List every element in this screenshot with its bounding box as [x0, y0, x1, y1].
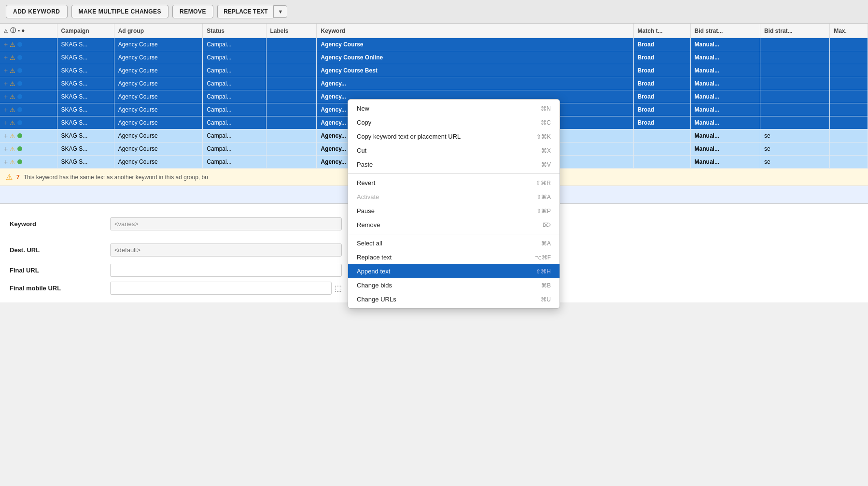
row-icons: + ⚠: [0, 116, 57, 129]
warning-count: 7: [16, 174, 20, 181]
keyword-cell: Agency Course: [317, 38, 633, 51]
campaign-cell: SKAG S...: [57, 156, 114, 169]
warn-icon: ⚠: [10, 106, 15, 114]
warning-text: This keyword has the same text as anothe…: [24, 174, 208, 181]
menu-item-label: Paste: [357, 161, 373, 168]
keyword-input[interactable]: [110, 217, 342, 230]
context-menu: New⌘NCopy⌘CCopy keyword text or placemen…: [348, 99, 560, 309]
adgroup-cell: Agency Course: [114, 64, 203, 77]
max-cell: [830, 64, 868, 77]
table-row[interactable]: + ⚠ SKAG S... Agency Course Campai... Ag…: [0, 77, 868, 90]
adgroup-cell: Agency Course: [114, 129, 203, 143]
status-cell: Campai...: [203, 129, 266, 143]
status-cell: Campai...: [203, 156, 266, 169]
menu-item-pause[interactable]: Pause⇧⌘P: [348, 204, 560, 218]
max-cell: [830, 90, 868, 103]
plus-icon: +: [4, 54, 8, 61]
final-url-input[interactable]: [110, 264, 342, 277]
external-link-icon[interactable]: ⬚: [335, 284, 342, 293]
dest-url-input[interactable]: [110, 243, 342, 257]
menu-item-change-bids[interactable]: Change bids⌘B: [348, 278, 560, 292]
menu-item-new[interactable]: New⌘N: [348, 101, 560, 115]
keyword-cell: Agency...: [317, 77, 633, 90]
col-header-campaign[interactable]: Campaign: [57, 24, 114, 38]
make-multiple-changes-button[interactable]: MAKE MULTIPLE CHANGES: [71, 5, 169, 18]
bid2-cell: [760, 64, 829, 77]
adgroup-cell: Agency Course: [114, 156, 203, 169]
col-header-labels[interactable]: Labels: [266, 24, 317, 38]
bid1-cell: Manual...: [690, 103, 760, 116]
menu-item-append-text[interactable]: Append text⇧⌘H: [348, 264, 560, 278]
menu-item-shortcut: ⇧⌘K: [536, 133, 551, 140]
remove-button[interactable]: REMOVE: [172, 5, 213, 18]
menu-item-select-all[interactable]: Select all⌘A: [348, 236, 560, 250]
menu-item-replace-text[interactable]: Replace text⌥⌘F: [348, 250, 560, 264]
row-icons: + ⚠: [0, 103, 57, 116]
status-cell: Campai...: [203, 103, 266, 116]
menu-item-label: Append text: [357, 268, 390, 275]
col-header-status[interactable]: Status: [203, 24, 266, 38]
match-cell: Broad: [633, 103, 690, 116]
col-header-bid2[interactable]: Bid strat...: [760, 24, 829, 38]
match-cell: Broad: [633, 90, 690, 103]
col-header-adgroup[interactable]: Ad group: [114, 24, 203, 38]
col-header-max[interactable]: Max.: [830, 24, 868, 38]
match-cell: [633, 129, 690, 143]
col-header-keyword[interactable]: Keyword: [317, 24, 633, 38]
col-header-bid1[interactable]: Bid strat...: [690, 24, 760, 38]
bid2-cell: [760, 77, 829, 90]
adgroup-cell: Agency Course: [114, 90, 203, 103]
replace-text-button[interactable]: REPLACE TEXT: [217, 5, 273, 18]
adgroup-cell: Agency Course: [114, 103, 203, 116]
row-icons: + ⚠: [0, 90, 57, 103]
toolbar: ADD KEYWORD MAKE MULTIPLE CHANGES REMOVE…: [0, 0, 868, 24]
menu-item-change-urls[interactable]: Change URLs⌘U: [348, 292, 560, 306]
bid1-cell: Manual...: [690, 51, 760, 64]
add-keyword-button[interactable]: ADD KEYWORD: [6, 5, 68, 18]
plus-icon: +: [4, 132, 8, 140]
table-row[interactable]: + ⚠ SKAG S... Agency Course Campai... Ag…: [0, 64, 868, 77]
menu-item-cut[interactable]: Cut⌘X: [348, 143, 560, 157]
final-mobile-input[interactable]: [110, 282, 332, 295]
campaign-cell: SKAG S...: [57, 143, 114, 156]
status-dot-icon: [17, 94, 22, 99]
menu-item-shortcut: ⌘V: [541, 161, 551, 168]
status-dot-icon: [17, 133, 22, 138]
campaign-cell: SKAG S...: [57, 103, 114, 116]
menu-item-copy-keyword-text-or-placement-url[interactable]: Copy keyword text or placement URL⇧⌘K: [348, 129, 560, 143]
menu-item-shortcut: ⌘A: [541, 240, 551, 247]
menu-separator: [348, 173, 560, 174]
match-cell: [633, 156, 690, 169]
campaign-cell: SKAG S...: [57, 77, 114, 90]
max-cell: [830, 103, 868, 116]
status-dot-icon: [17, 55, 22, 60]
col-header-match[interactable]: Match t...: [633, 24, 690, 38]
replace-text-group: REPLACE TEXT ▼: [217, 5, 287, 18]
menu-item-remove[interactable]: Remove⌦: [348, 218, 560, 232]
bid2-cell: [760, 51, 829, 64]
labels-cell: [266, 51, 317, 64]
warn-icon: ⚠: [10, 158, 15, 166]
campaign-cell: SKAG S...: [57, 51, 114, 64]
campaign-cell: SKAG S...: [57, 38, 114, 51]
adgroup-cell: Agency Course: [114, 38, 203, 51]
replace-text-dropdown-button[interactable]: ▼: [273, 5, 287, 18]
col-icon-square: ▪: [18, 27, 20, 34]
match-cell: Broad: [633, 77, 690, 90]
row-icons: + ⚠: [0, 64, 57, 77]
max-cell: [830, 143, 868, 156]
menu-item-copy[interactable]: Copy⌘C: [348, 115, 560, 129]
final-mobile-label: Final mobile URL: [10, 285, 106, 292]
menu-item-revert[interactable]: Revert⇧⌘R: [348, 176, 560, 190]
status-cell: Campai...: [203, 116, 266, 129]
bid2-cell: [760, 90, 829, 103]
table-row[interactable]: + ⚠ SKAG S... Agency Course Campai... Ag…: [0, 51, 868, 64]
menu-item-paste[interactable]: Paste⌘V: [348, 157, 560, 172]
warning-icon: ⚠: [6, 172, 13, 182]
menu-separator: [348, 234, 560, 234]
warn-icon: ⚠: [10, 67, 15, 74]
table-row[interactable]: + ⚠ SKAG S... Agency Course Campai... Ag…: [0, 38, 868, 51]
max-cell: [830, 38, 868, 51]
status-dot-icon: [17, 146, 22, 151]
status-cell: Campai...: [203, 38, 266, 51]
